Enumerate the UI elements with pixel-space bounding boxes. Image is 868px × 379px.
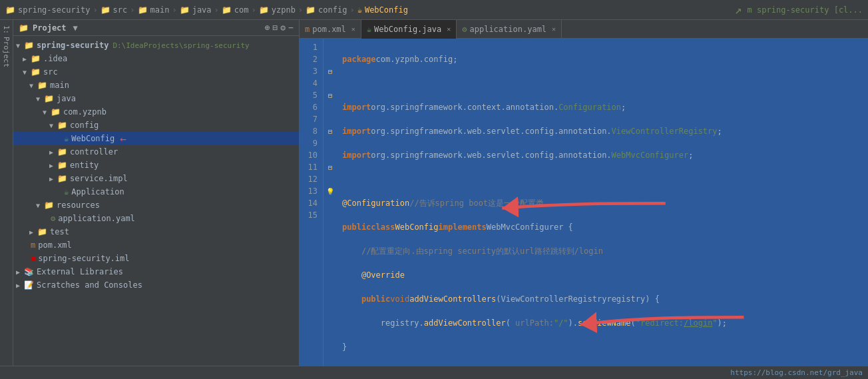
tab-application-yaml[interactable]: ⚙ application.yaml ✕ (457, 20, 562, 39)
code-line-4: import org.springframework.web.servlet.c… (342, 125, 863, 137)
status-bar: https://blog.csdn.net/grd_java (0, 366, 868, 379)
tree-item-src[interactable]: ▼ 📁 src (13, 65, 299, 79)
tab-label: application.yaml (470, 25, 547, 34)
code-line-3: import org.springframework.context.annot… (342, 101, 863, 113)
tree-label: test (50, 227, 69, 236)
gutter: ⊟ ⊟ ⊟ ⊟ 💡 (324, 39, 337, 366)
tree-item-iml[interactable]: ▶ ◼ spring-security.iml (13, 252, 299, 265)
tree-item-pom-xml[interactable]: ▶ m pom.xml (13, 238, 299, 252)
code-line-11: public void addViewControllers(ViewContr… (342, 293, 863, 305)
tree-item-controller[interactable]: ▶ 📁 controller (13, 145, 299, 159)
breadcrumb-java[interactable]: java (192, 5, 212, 15)
tree-item-idea[interactable]: ▶ 📁 .idea (13, 52, 299, 65)
tree-item-application-yaml[interactable]: ▶ ⚙ application.yaml (13, 212, 299, 225)
class-icon: ☕ (357, 5, 362, 15)
folder-icon: 📁 (37, 81, 47, 90)
add-icon[interactable]: ⊕ (265, 23, 270, 33)
tab-webconfig-java[interactable]: ☕ WebConfig.java ✕ (361, 20, 457, 39)
tree-item-scratches[interactable]: ▶ 📝 Scratches and Consoles (13, 278, 299, 292)
java-class-icon: ☕ (64, 134, 69, 143)
breadcrumb-src[interactable]: src (113, 5, 128, 15)
code-section: 1 2 3 4 5 6 7 8 9 10 11 12 13 14 15 (300, 39, 868, 366)
tab-label: pom.xml (312, 25, 346, 34)
tree-label: config (70, 121, 99, 130)
tree-label: pom.xml (38, 240, 72, 250)
sidebar: 📁 Project ▼ ⊕ ⊟ ⚙ − ▼ 📁 spring-security … (13, 20, 300, 366)
tree-arrow: ▶ (29, 228, 36, 236)
tab-pom-xml[interactable]: m pom.xml ✕ (300, 20, 361, 39)
tree-label: entity (70, 161, 99, 170)
folder-icon: 📁 (44, 200, 54, 210)
sidebar-title: Project (33, 23, 67, 33)
tree-item-test[interactable]: ▶ 📁 test (13, 225, 299, 238)
folder-icon: 📁 (222, 5, 232, 15)
breadcrumb-main[interactable]: main (150, 5, 170, 15)
code-editor[interactable]: 1 2 3 4 5 6 7 8 9 10 11 12 13 14 15 (300, 39, 868, 366)
code-line-14: } (342, 365, 863, 366)
code-line-10: @Override (342, 269, 863, 281)
breadcrumb-root[interactable]: spring-security (18, 5, 90, 15)
tree-label: service.impl (70, 174, 128, 183)
project-tab-vertical[interactable]: 1: Project (0, 20, 13, 366)
title-bar-right: ↗ m spring-security [cl... (735, 3, 863, 17)
sidebar-dropdown-icon[interactable]: ▼ (73, 23, 78, 33)
tree-item-webconfig[interactable]: ▶ ☕ WebConfig ← (13, 132, 299, 145)
breadcrumb-com[interactable]: com (234, 5, 249, 15)
editor-area: m pom.xml ✕ ☕ WebConfig.java ✕ ⚙ applica… (300, 20, 868, 366)
tree-item-config[interactable]: ▼ 📁 config (13, 119, 299, 132)
folder-icon: 📁 (57, 161, 67, 170)
scratches-icon: 📝 (24, 280, 34, 290)
tab-close-icon[interactable]: ✕ (351, 25, 355, 33)
navigate-icon: ↗ (735, 3, 742, 17)
code-content[interactable]: package com.yzpnb.config; import org.spr… (337, 39, 868, 366)
folder-icon: 📁 (31, 67, 41, 77)
breadcrumb-yzpnb[interactable]: yzpnb (272, 5, 296, 15)
tree-arrow: ▶ (16, 282, 23, 289)
main-layout: 1: Project 📁 Project ▼ ⊕ ⊟ ⚙ − ▼ 📁 sprin… (0, 20, 868, 366)
folder-icon: 📁 (138, 5, 148, 15)
tree-label: main (50, 81, 69, 90)
tab-close-icon[interactable]: ✕ (447, 25, 451, 33)
tree-item-service-impl[interactable]: ▶ 📁 service.impl (13, 172, 299, 185)
line-numbers: 1 2 3 4 5 6 7 8 9 10 11 12 13 14 15 (300, 39, 324, 366)
folder-icon: 📁 (24, 41, 34, 50)
tree-item-java[interactable]: ▼ 📁 java (13, 92, 299, 105)
java-icon: ☕ (367, 25, 371, 34)
tree-arrow: ▼ (36, 95, 43, 103)
code-line-13: } (342, 341, 863, 353)
tree-item-spring-security[interactable]: ▼ 📁 spring-security D:\IdeaProjects\spri… (13, 39, 299, 52)
tree-item-resources[interactable]: ▼ 📁 resources (13, 198, 299, 212)
xml-icon: m (305, 25, 310, 34)
yaml-icon: ⚙ (51, 214, 55, 223)
ext-lib-icon: 📚 (24, 267, 34, 276)
project-tab-number: 1: (2, 25, 11, 34)
code-line-1: package com.yzpnb.config; (342, 53, 863, 65)
breadcrumb-webconfig[interactable]: WebConfig (365, 5, 408, 15)
tree-item-application[interactable]: ▶ ☕ Application (13, 185, 299, 198)
tree-item-main[interactable]: ▼ 📁 main (13, 79, 299, 92)
code-line-8: public class WebConfig implements WebMvc… (342, 221, 863, 233)
project-tree: ▼ 📁 spring-security D:\IdeaProjects\spri… (13, 36, 299, 366)
tab-close-icon[interactable]: ✕ (552, 25, 556, 33)
tree-label: External Libraries (37, 267, 123, 276)
breadcrumb-config[interactable]: config (318, 5, 347, 15)
minimize-icon[interactable]: − (288, 23, 294, 33)
sidebar-header: 📁 Project ▼ ⊕ ⊟ ⚙ − (13, 20, 299, 36)
code-line-2 (342, 77, 863, 89)
tree-item-entity[interactable]: ▶ 📁 entity (13, 159, 299, 172)
maven-label: m spring-security [cl... (748, 5, 863, 15)
breadcrumb: 📁 spring-security › 📁 src › 📁 main › 📁 j… (5, 5, 408, 15)
layout-icon[interactable]: ⊟ (273, 23, 278, 33)
folder-icon: 📁 (19, 23, 29, 33)
folder-icon: 📁 (57, 147, 67, 157)
code-line-9: //配置重定向.由spring security的默认url路径跳转到/logi… (342, 245, 863, 257)
tree-label: com.yzpnb (63, 107, 107, 117)
settings-icon[interactable]: ⚙ (280, 23, 286, 33)
code-line-6 (342, 173, 863, 185)
tree-label: java (57, 94, 76, 103)
tree-item-ext-libraries[interactable]: ▶ 📚 External Libraries (13, 265, 299, 278)
tree-label: application.yaml (58, 214, 135, 223)
editor-tabs: m pom.xml ✕ ☕ WebConfig.java ✕ ⚙ applica… (300, 20, 868, 39)
tree-arrow: ▼ (36, 202, 43, 209)
tree-item-com-yzpnb[interactable]: ▼ 📁 com.yzpnb (13, 105, 299, 119)
